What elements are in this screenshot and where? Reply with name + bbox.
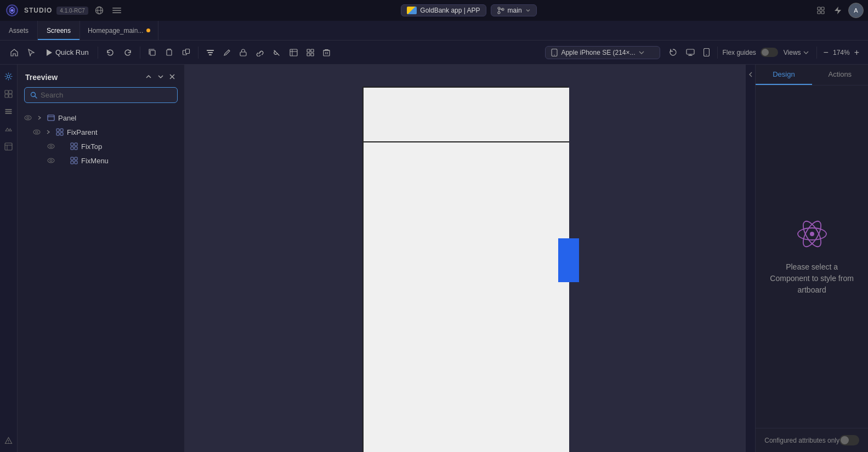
right-nav: A [814,3,864,18]
configured-toggle-knob [841,436,849,444]
artboard[interactable] [362,87,568,452]
expand-icon-panel[interactable] [35,113,44,122]
quick-run-btn[interactable]: Quick Run [41,46,93,59]
plugins-icon-btn[interactable] [814,4,827,17]
tree-label-fixtop: FixTop [81,142,102,151]
copy-btn[interactable] [145,45,160,60]
branch-badge[interactable]: main [491,4,537,16]
svg-point-63 [36,131,38,133]
svg-point-83 [810,232,814,236]
redo-btn[interactable] [120,45,135,60]
sidebar-assets-icon[interactable] [2,122,16,136]
tab-design[interactable]: Design [756,65,812,85]
treeview-up-btn[interactable] [144,71,154,83]
expand-icon-fixmenu [58,156,67,165]
tree-item-fixmenu[interactable]: FixMenu [18,153,184,168]
treeview-close-btn[interactable] [168,71,177,83]
configured-toggle[interactable] [839,435,859,445]
tree-item-fixtop[interactable]: FixTop [18,139,184,153]
paste2-btn[interactable] [179,45,194,60]
svg-rect-66 [56,133,59,135]
layout-desktop-btn[interactable] [683,45,698,59]
svg-line-57 [35,96,37,99]
right-panel-collapse-btn[interactable] [746,65,756,452]
layout-mobile-btn[interactable] [700,45,713,60]
avatar[interactable]: A [848,3,864,18]
left-sidebar [0,65,18,452]
flex-guides-toggle[interactable] [761,48,778,57]
tab-screens[interactable]: Screens [38,21,80,40]
lightning-icon-btn[interactable] [832,4,844,17]
tree-item-panel[interactable]: Panel [18,111,184,125]
link-btn[interactable] [252,45,267,60]
views-chevron-icon [803,50,809,55]
delete-btn[interactable] [320,45,333,60]
unlink-btn[interactable] [269,45,284,60]
component-icon-fixparent [55,127,65,137]
toolbar-sep-4 [717,47,718,59]
views-btn[interactable]: Views [780,47,812,59]
svg-rect-70 [71,143,73,146]
right-panel-container: Design Actions Please select a Component… [746,65,868,452]
lock-btn[interactable] [236,45,250,60]
select-btn[interactable] [24,45,38,60]
tree-content: Panel FixParent [18,108,184,452]
tree-label-fixmenu: FixMenu [81,157,109,165]
sidebar-data-icon[interactable] [2,139,16,153]
pen-btn[interactable] [220,45,234,60]
svg-rect-29 [311,49,314,52]
treeview-panel: Treeview [18,65,185,452]
svg-rect-46 [5,109,12,110]
zoom-in-btn[interactable]: + [852,47,861,59]
sidebar-warning-icon[interactable] [2,433,16,448]
eye-icon-fixparent[interactable] [32,127,42,137]
tab-file[interactable]: Homepage_main... [80,21,158,40]
sidebar-components-icon[interactable] [2,87,16,101]
svg-rect-60 [48,115,54,121]
tab-assets[interactable]: Assets [0,21,38,40]
eye-icon-panel[interactable] [23,113,33,123]
zoom-level: 174% [833,49,850,56]
tree-label-fixparent: FixParent [67,128,98,136]
svg-point-68 [48,144,54,148]
home-toolbar-btn[interactable] [7,45,22,60]
canvas-area[interactable] [185,65,746,452]
panel-icon [46,113,56,123]
svg-rect-71 [75,143,77,146]
eye-icon-fixtop[interactable] [46,141,56,151]
right-content-empty: Please select a Component to style from … [756,85,868,428]
svg-rect-31 [311,53,314,56]
grid-btn[interactable] [303,45,317,60]
svg-rect-48 [5,113,12,114]
svg-rect-28 [307,49,310,52]
svg-rect-73 [75,147,77,150]
search-input[interactable] [41,91,172,99]
toolbar-sep-3 [198,47,198,59]
globe-icon-btn[interactable] [93,4,106,17]
undo-btn[interactable] [103,45,118,60]
treeview-down-btn[interactable] [156,71,166,83]
zoom-out-btn[interactable]: − [821,47,831,59]
eye-icon-fixmenu[interactable] [46,156,56,165]
tree-item-fixparent[interactable]: FixParent [18,125,184,139]
device-selector[interactable]: Apple iPhone SE (214×... [545,46,660,59]
align-btn[interactable] [203,45,218,60]
frame-btn[interactable] [286,45,301,60]
app-badge-label: GoldBank app | APP [420,7,480,14]
menu-icon-btn[interactable] [110,4,123,17]
svg-rect-45 [9,94,12,98]
svg-rect-78 [71,161,73,164]
tab-actions[interactable]: Actions [812,65,868,85]
paste-btn[interactable] [162,45,177,60]
svg-rect-16 [150,50,155,55]
svg-point-41 [7,75,10,78]
app-badge[interactable]: GoldBank app | APP [401,4,486,16]
refresh-btn[interactable] [666,45,680,60]
sidebar-layers-icon[interactable] [2,104,16,118]
svg-point-69 [50,145,52,147]
expand-icon-fixparent[interactable] [44,128,53,136]
component-icon-fixtop [69,141,79,151]
svg-point-62 [33,130,40,134]
studio-label: STUDIO [24,7,52,14]
sidebar-settings-icon[interactable] [2,69,16,83]
